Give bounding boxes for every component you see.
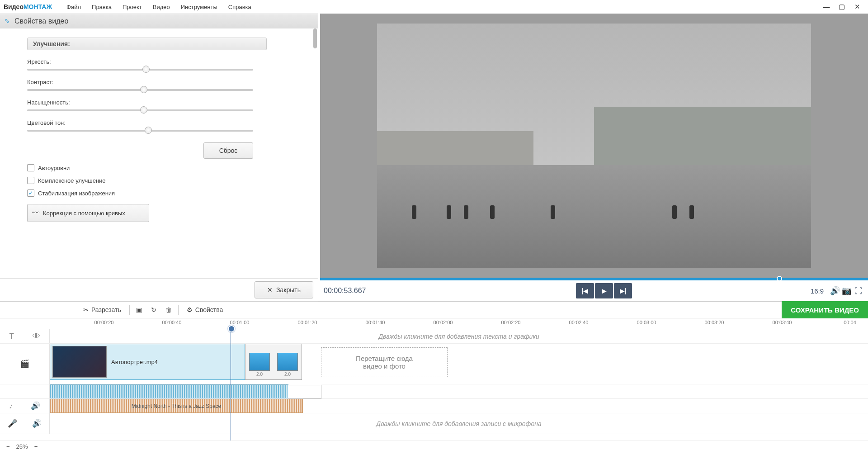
play-button[interactable]: ▶ <box>595 283 613 298</box>
logo-part1: Видео <box>4 3 24 10</box>
prev-button[interactable]: |◀ <box>576 283 594 298</box>
video-icon[interactable]: 🎬 <box>20 359 29 369</box>
delete-button[interactable]: 🗑 <box>161 306 176 313</box>
menu-project[interactable]: Проект <box>117 2 147 12</box>
video-properties-panel: ✎ Свойства видео Улучшения: Яркость: Кон… <box>0 14 318 301</box>
rotate-icon: ↻ <box>151 306 156 313</box>
save-video-button[interactable]: СОХРАНИТЬ ВИДЕО <box>782 301 868 318</box>
crop-icon: ▣ <box>136 306 142 313</box>
audio-track-body[interactable] <box>50 384 868 398</box>
dropzone-line1: Перетащите сюда <box>356 355 413 362</box>
trash-icon: 🗑 <box>165 306 172 313</box>
close-panel-button[interactable]: ✕ Закрыть <box>255 281 313 298</box>
ruler-tick: 00:03:20 <box>705 320 724 325</box>
seek-bar[interactable] <box>320 278 868 280</box>
scrollbar-thumb[interactable] <box>313 28 317 48</box>
speaker-icon[interactable]: 🔊 <box>31 401 40 411</box>
autolevels-checkbox[interactable] <box>27 164 34 171</box>
video-clip-2[interactable] <box>245 344 302 380</box>
stabilization-label: Стабилизация изображения <box>38 190 115 197</box>
complex-enhance-label: Комплексное улучшение <box>38 177 106 184</box>
zoom-in-button[interactable]: + <box>34 443 38 450</box>
fullscreen-icon[interactable]: ⛶ <box>853 285 864 297</box>
ruler-tick: 00:01:00 <box>230 320 250 325</box>
mic-track-body[interactable]: Дважды кликните для добавления записи с … <box>50 413 868 434</box>
playbar: 00:00:53.667 |◀ ▶ ▶| 16:9 🔊 📷 ⛶ <box>320 280 868 301</box>
music-clip[interactable]: Midnight North - This is a Jazz Space <box>50 399 303 413</box>
ruler-tick: 00:00:40 <box>162 320 182 325</box>
playhead[interactable] <box>231 329 231 440</box>
scissors-icon: ✂ <box>83 306 89 313</box>
zoom-controls: − 25% + <box>0 440 868 452</box>
divider <box>178 305 179 315</box>
dropzone-line2: видео и фото <box>363 362 406 370</box>
menu-file[interactable]: Файл <box>61 2 86 12</box>
brightness-slider[interactable] <box>27 69 253 71</box>
audio-waveform[interactable] <box>50 384 288 398</box>
cut-button[interactable]: ✂ Разрезать <box>77 306 127 313</box>
text-track-body[interactable]: Дважды кликните для добавления текста и … <box>50 329 868 343</box>
curves-button[interactable]: 〰 Коррекция с помощью кривых <box>27 204 149 222</box>
menu-tools[interactable]: Инструменты <box>175 2 223 12</box>
maximize-icon[interactable]: ▢ <box>835 3 849 11</box>
saturation-label: Насыщенность: <box>27 99 291 106</box>
properties-label: Свойства <box>195 306 223 313</box>
zoom-level: 25% <box>16 443 28 450</box>
music-track-body[interactable]: Midnight North - This is a Jazz Space <box>50 399 868 413</box>
mic-icon[interactable]: 🎤 <box>8 419 17 428</box>
video-track: 🎬 Автопортрет.mp4 Перетащите сюда видео … <box>0 344 868 384</box>
video-clip-1[interactable]: Автопортрет.mp4 <box>50 344 245 380</box>
time-ruler[interactable]: 00:00:20 00:00:40 00:01:00 00:01:20 00:0… <box>50 318 868 329</box>
close-window-icon[interactable]: ✕ <box>850 3 864 11</box>
stabilization-checkbox[interactable]: ✓ <box>27 189 34 197</box>
text-icon[interactable]: T <box>9 332 14 341</box>
logo-part2: МОНТАЖ <box>24 3 52 10</box>
crop-button[interactable]: ▣ <box>132 306 146 313</box>
timeline-toolbar: ✂ Разрезать ▣ ↻ 🗑 ⚙ Свойства СОХРАНИТЬ В… <box>0 301 868 318</box>
contrast-label: Контраст: <box>27 79 291 85</box>
app-logo: ВидеоМОНТАЖ <box>4 3 52 10</box>
timeline: 00:00:20 00:00:40 00:01:00 00:01:20 00:0… <box>0 318 868 452</box>
ruler-tick: 00:03:00 <box>637 320 656 325</box>
drop-zone[interactable]: Перетащите сюда видео и фото <box>321 347 448 377</box>
eye-icon[interactable]: 👁 <box>33 332 40 341</box>
preview-pane: 00:00:53.667 |◀ ▶ ▶| 16:9 🔊 📷 ⛶ <box>318 14 868 301</box>
ruler-tick: 00:02:00 <box>434 320 453 325</box>
menu-video[interactable]: Видео <box>147 2 175 12</box>
contrast-slider[interactable] <box>27 89 253 91</box>
timecode: 00:00:53.667 <box>324 287 366 295</box>
menubar: ВидеоМОНТАЖ Файл Правка Проект Видео Инс… <box>0 0 868 14</box>
gear-icon: ⚙ <box>187 306 193 313</box>
reset-button[interactable]: Сброс <box>203 142 253 159</box>
menu-help[interactable]: Справка <box>223 2 257 12</box>
window-controls: — ▢ ✕ <box>819 3 864 11</box>
properties-button[interactable]: ⚙ Свойства <box>180 306 229 313</box>
video-frame[interactable] <box>377 24 811 268</box>
next-button[interactable]: ▶| <box>614 283 632 298</box>
snapshot-icon[interactable]: 📷 <box>841 285 853 297</box>
saturation-slider[interactable] <box>27 109 253 111</box>
ruler-tick: 00:01:40 <box>366 320 385 325</box>
minimize-icon[interactable]: — <box>819 3 834 11</box>
panel-header: ✎ Свойства видео <box>0 14 318 28</box>
hue-label: Цветовой тон: <box>27 119 291 126</box>
ruler-tick: 00:02:20 <box>501 320 521 325</box>
rotate-button[interactable]: ↻ <box>146 306 161 313</box>
brightness-label: Яркость: <box>27 58 291 65</box>
hue-slider[interactable] <box>27 130 253 132</box>
curves-icon: 〰 <box>32 209 39 217</box>
panel-title: Свойства видео <box>14 17 68 25</box>
zoom-out-button[interactable]: − <box>6 443 10 450</box>
complex-enhance-checkbox[interactable] <box>27 177 34 184</box>
video-track-body[interactable]: Автопортрет.mp4 Перетащите сюда видео и … <box>50 344 868 384</box>
ruler-tick: 00:00:20 <box>94 320 114 325</box>
section-enhancements: Улучшения: <box>27 38 267 50</box>
volume-icon[interactable]: 🔊 <box>829 285 841 297</box>
curves-label: Коррекция с помощью кривых <box>43 210 125 217</box>
seek-handle[interactable] <box>777 276 782 281</box>
music-icon[interactable]: ♪ <box>9 402 13 411</box>
menu-edit[interactable]: Правка <box>86 2 117 12</box>
speaker-icon[interactable]: 🔊 <box>32 419 42 428</box>
text-placeholder: Дважды кликните для добавления текста и … <box>378 333 539 340</box>
clip-mini-1 <box>249 353 270 371</box>
